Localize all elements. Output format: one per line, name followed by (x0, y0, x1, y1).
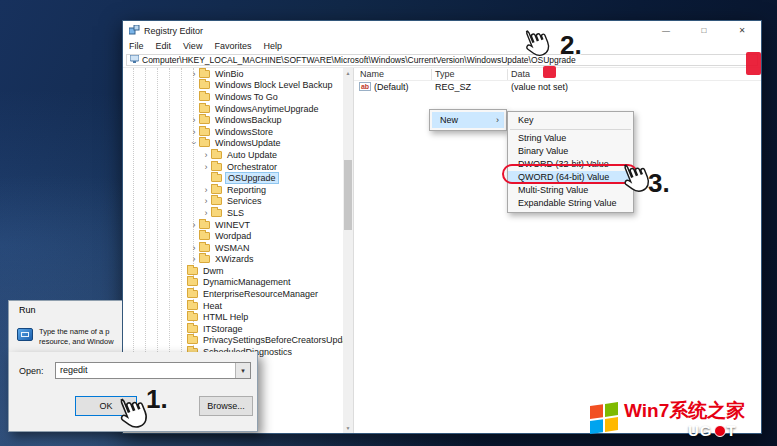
submenu-item-expandable-string-value[interactable]: Expandable String Value (508, 197, 633, 210)
tree-item-label: Dwm (201, 266, 226, 276)
tree-item-label: Wordpad (213, 231, 253, 241)
address-path: Computer\HKEY_LOCAL_MACHINE\SOFTWARE\Mic… (142, 55, 576, 65)
folder-icon (187, 290, 198, 298)
chevron-icon[interactable]: › (189, 220, 199, 230)
browse-button[interactable]: Browse... (199, 396, 253, 416)
tree-item-sls[interactable]: ›SLS (123, 207, 343, 219)
tree-item-label: WindowsUpdate (213, 138, 283, 148)
chevron-icon[interactable]: › (189, 115, 199, 125)
folder-icon (199, 116, 210, 124)
chevron-icon[interactable]: › (201, 185, 211, 195)
chevron-icon[interactable]: › (201, 162, 211, 172)
scroll-up-icon[interactable]: ▲ (343, 68, 353, 78)
folder-icon (199, 221, 210, 229)
run-app-icon (17, 328, 33, 341)
tree-item-wordpad[interactable]: Wordpad (123, 230, 343, 242)
tree-item-enterpriseresourcemanager[interactable]: EnterpriseResourceManager (123, 288, 343, 300)
desktop: Run Type the name of a p resource, and W… (0, 0, 777, 446)
tree-item-label: Reporting (225, 185, 268, 195)
scrollbar-thumb[interactable] (344, 160, 352, 230)
site-watermark: Win7系统之家 UG T (588, 394, 777, 446)
open-combobox-value[interactable]: regedit (56, 363, 235, 378)
annotation-marker-address (746, 52, 761, 75)
tree-item-osupgrade[interactable]: OSUpgrade (123, 172, 343, 184)
tree-item-label: Orchestrator (225, 162, 279, 172)
value-data: (value not set) (511, 82, 568, 92)
close-button[interactable]: ✕ (723, 21, 761, 40)
context-menu-new[interactable]: New › (432, 112, 504, 128)
combobox-dropdown-icon[interactable]: ▾ (235, 363, 250, 378)
submenu-item-key[interactable]: Key (508, 114, 633, 127)
maximize-button[interactable]: □ (685, 21, 723, 40)
tree-item-windowsbackup[interactable]: ›WindowsBackup (123, 114, 343, 126)
tree-item-services[interactable]: ›Services (123, 196, 343, 208)
context-menu: New › (429, 109, 507, 131)
column-header-name[interactable]: Name (360, 69, 384, 79)
chevron-icon[interactable]: › (189, 138, 199, 148)
windows-logo-tile (605, 402, 618, 417)
tree-item-reporting[interactable]: ›Reporting (123, 184, 343, 196)
chevron-icon[interactable]: › (201, 196, 211, 206)
tree-item-winbio[interactable]: ›WinBio (123, 68, 343, 80)
tree-item-label: OSUpgrade (225, 172, 279, 184)
submenu-item-multi-string-value[interactable]: Multi-String Value (508, 184, 633, 197)
tree-item-windows-to-go[interactable]: Windows To Go (123, 91, 343, 103)
run-description: Type the name of a p resource, and Windo… (39, 327, 114, 347)
computer-icon (130, 55, 139, 65)
tree-item-windowsstore[interactable]: ›WindowsStore (123, 126, 343, 138)
chevron-icon[interactable]: › (189, 69, 199, 79)
run-dialog-title-area: Run Type the name of a p resource, and W… (8, 300, 122, 352)
minimize-button[interactable]: — (647, 21, 685, 40)
tree-item-label: SLS (225, 208, 246, 218)
tree-item-label: DynamicManagement (201, 277, 293, 287)
chevron-icon[interactable]: › (201, 150, 211, 160)
tree-item-wsman[interactable]: ›WSMAN (123, 242, 343, 254)
tree-item-windows-block-level-backup[interactable]: Windows Block Level Backup (123, 80, 343, 92)
tree-item-windowsanytimeupgrade[interactable]: WindowsAnytimeUpgrade (123, 103, 343, 115)
tree-item-orchestrator[interactable]: ›Orchestrator (123, 161, 343, 173)
folder-icon (199, 81, 210, 89)
tree-item-label: WinBio (213, 69, 246, 79)
folder-icon (211, 174, 222, 182)
submenu-item-binary-value[interactable]: Binary Value (508, 145, 633, 158)
tree-item-dynamicmanagement[interactable]: DynamicManagement (123, 277, 343, 289)
menu-edit[interactable]: Edit (150, 40, 178, 53)
run-dialog-title: Run (19, 305, 36, 315)
menu-separator (510, 129, 631, 130)
tree-item-auto-update[interactable]: ›Auto Update (123, 149, 343, 161)
tree-item-xwizards[interactable]: ›XWizards (123, 254, 343, 266)
step-number-1: 1. (146, 384, 168, 415)
column-header-data[interactable]: Data (511, 69, 530, 79)
menu-view[interactable]: View (177, 40, 208, 53)
step-number-3: 3. (648, 168, 670, 199)
folder-icon (187, 278, 198, 286)
windows-logo-tile (605, 417, 618, 432)
column-header-type[interactable]: Type (435, 69, 455, 79)
scroll-down-icon[interactable]: ▼ (343, 423, 353, 433)
tree-item-winevt[interactable]: ›WINEVT (123, 219, 343, 231)
tree-item-windowsupdate[interactable]: ›WindowsUpdate (123, 138, 343, 150)
tree-item-dwm[interactable]: Dwm (123, 265, 343, 277)
chevron-icon[interactable]: › (189, 243, 199, 253)
folder-icon (211, 209, 222, 217)
value-row[interactable]: ab (Default) REG_SZ (value not set) (354, 81, 761, 94)
tree-item-label: Auto Update (225, 150, 279, 160)
address-input[interactable]: Computer\HKEY_LOCAL_MACHINE\SOFTWARE\Mic… (126, 54, 758, 66)
menu-file[interactable]: File (123, 40, 150, 53)
open-combobox[interactable]: regedit ▾ (55, 362, 251, 379)
window-title: Registry Editor (144, 26, 203, 36)
submenu-item-string-value[interactable]: String Value (508, 132, 633, 145)
windows-logo-icon (590, 402, 619, 435)
titlebar[interactable]: Registry Editor — □ ✕ (123, 21, 761, 40)
run-description-line2: resource, and Window (39, 337, 114, 347)
menu-favorites[interactable]: Favorites (208, 40, 257, 53)
chevron-icon[interactable]: › (189, 254, 199, 264)
folder-icon (199, 244, 210, 252)
tree-scrollbar[interactable]: ▲ ▼ (343, 68, 353, 433)
chevron-icon[interactable]: › (189, 127, 199, 137)
folder-icon (211, 151, 222, 159)
tree-item-label: Windows Block Level Backup (213, 80, 335, 90)
chevron-icon[interactable]: › (201, 208, 211, 218)
menu-help[interactable]: Help (257, 40, 288, 53)
folder-icon (199, 93, 210, 101)
